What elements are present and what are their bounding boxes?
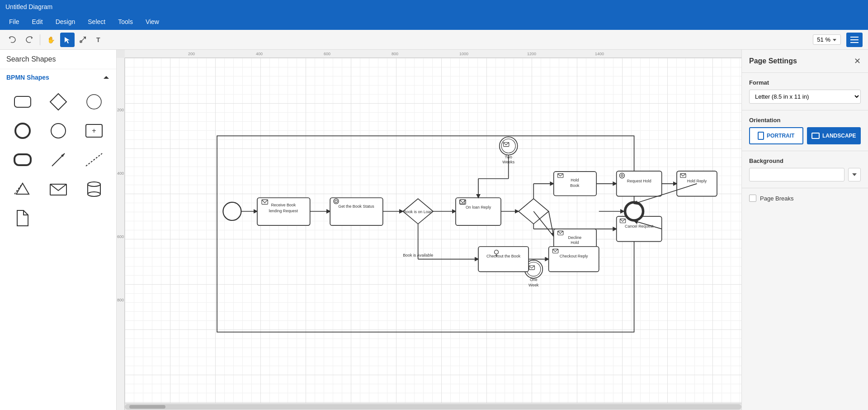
svg-point-11 xyxy=(87,95,101,109)
format-panel-button[interactable] xyxy=(846,33,863,47)
svg-text:✋: ✋ xyxy=(47,36,55,44)
svg-rect-106 xyxy=(758,132,764,139)
bpmn-section-header[interactable]: BPMN Shapes xyxy=(0,69,116,86)
orientation-section: Orientation PORTRAIT LANDSCAPE xyxy=(742,110,868,151)
bpmn-section-label: BPMN Shapes xyxy=(6,74,49,81)
svg-line-70 xyxy=(549,211,554,237)
shape-rounded-bold[interactable] xyxy=(6,147,38,172)
svg-rect-9 xyxy=(14,96,31,107)
zoom-value: 51 % xyxy=(817,36,830,43)
svg-text:Receive Book: Receive Book xyxy=(271,203,296,207)
search-shapes-area[interactable]: Search Shapes xyxy=(0,50,116,69)
redo-button[interactable] xyxy=(22,33,36,47)
svg-rect-5 xyxy=(850,37,859,38)
right-panel: Page Settings ✕ Format Letter (8.5 in x … xyxy=(741,50,868,410)
orientation-buttons: PORTRAIT LANDSCAPE xyxy=(749,127,861,144)
format-label: Format xyxy=(749,79,861,86)
shape-cylinder[interactable] xyxy=(78,176,110,201)
undo-button[interactable] xyxy=(5,33,20,47)
svg-marker-8 xyxy=(104,76,109,79)
pan-icon: ✋ xyxy=(47,36,55,44)
svg-marker-4 xyxy=(833,39,836,41)
bpmn-diagram: Receive Book lending Request Get the Boo… xyxy=(125,58,741,410)
menu-tools[interactable]: Tools xyxy=(113,16,138,27)
menu-view[interactable]: View xyxy=(140,16,165,27)
app-title: Untitled Diagram xyxy=(5,3,52,10)
diagram-canvas[interactable]: Receive Book lending Request Get the Boo… xyxy=(125,58,741,410)
page-breaks-label: Page Breaks xyxy=(760,195,793,202)
menu-bar: File Edit Design Select Tools View xyxy=(0,14,868,30)
text-button[interactable]: T xyxy=(93,33,107,47)
menu-select[interactable]: Select xyxy=(82,16,111,27)
svg-text:lending Request: lending Request xyxy=(269,209,298,213)
zoom-chevron-icon xyxy=(832,38,837,42)
main-area: Search Shapes BPMN Shapes xyxy=(0,50,868,410)
search-shapes-label[interactable]: Search Shapes xyxy=(6,55,56,63)
horizontal-scrollbar[interactable] xyxy=(125,403,741,410)
shape-arrow-diagonal[interactable] xyxy=(42,147,74,172)
ruler-tick-400: 400 xyxy=(256,52,263,56)
format-select[interactable]: Letter (8.5 in x 11 in) xyxy=(749,90,861,104)
svg-text:+: + xyxy=(92,127,96,134)
panel-close-button[interactable]: ✕ xyxy=(854,56,861,66)
svg-rect-43 xyxy=(456,198,501,225)
svg-point-28 xyxy=(223,202,241,220)
svg-text:Hold: Hold xyxy=(571,178,579,182)
shapes-grid: + xyxy=(0,86,116,237)
menu-file[interactable]: File xyxy=(4,16,25,27)
title-bar: Untitled Diagram xyxy=(0,0,868,14)
orientation-label: Orientation xyxy=(749,117,861,124)
page-breaks-checkbox[interactable] xyxy=(749,195,756,202)
svg-rect-35 xyxy=(330,198,383,225)
shape-diamond[interactable] xyxy=(42,89,74,114)
zoom-control[interactable]: 51 % xyxy=(813,34,841,45)
menu-edit[interactable]: Edit xyxy=(27,16,48,27)
background-dropdown-button[interactable] xyxy=(848,168,861,181)
shape-envelope[interactable] xyxy=(42,176,74,201)
canvas-area[interactable]: 200 400 600 800 1000 1200 1400 200 400 6… xyxy=(117,50,741,410)
ruler-tick-v-800: 800 xyxy=(117,298,124,302)
select-button[interactable] xyxy=(60,33,75,47)
scrollbar-track xyxy=(125,403,741,410)
landscape-icon xyxy=(811,133,820,139)
svg-text:Week: Week xyxy=(528,283,539,287)
shape-dashed-line[interactable] xyxy=(78,147,110,172)
ruler-tick-1400: 1400 xyxy=(595,52,604,56)
svg-text:Cancel Request: Cancel Request xyxy=(625,224,654,229)
menu-design[interactable]: Design xyxy=(50,16,81,27)
svg-marker-10 xyxy=(50,94,66,110)
ruler-tick-v-400: 400 xyxy=(117,171,124,176)
svg-text:T: T xyxy=(96,36,100,43)
connector-button[interactable] xyxy=(76,33,91,47)
shape-document[interactable] xyxy=(6,205,38,230)
shape-circle-medium[interactable] xyxy=(42,118,74,143)
format-icon xyxy=(850,37,859,43)
ruler-tick-200: 200 xyxy=(188,52,195,56)
ruler-tick-600: 600 xyxy=(324,52,330,56)
svg-text:One: One xyxy=(530,277,538,282)
svg-point-13 xyxy=(51,124,66,138)
svg-text:Request Hold: Request Hold xyxy=(627,179,651,183)
svg-point-26 xyxy=(88,192,100,196)
shape-rect-plus[interactable]: + xyxy=(78,118,110,143)
ruler-tick-v-600: 600 xyxy=(117,234,124,239)
svg-text:Decline: Decline xyxy=(568,235,582,240)
panel-header: Page Settings ✕ xyxy=(742,50,868,73)
pan-button[interactable]: ✋ xyxy=(44,33,58,47)
portrait-button[interactable]: PORTRAIT xyxy=(749,127,803,144)
svg-rect-97 xyxy=(549,247,599,272)
shape-circle-thin[interactable] xyxy=(78,89,110,114)
ruler-tick-800: 800 xyxy=(392,52,398,56)
landscape-button[interactable]: LANDSCAPE xyxy=(807,127,861,144)
connector-icon xyxy=(80,36,88,44)
svg-text:Book is Available: Book is Available xyxy=(403,253,433,257)
svg-rect-91 xyxy=(478,247,528,272)
shape-circle-thick[interactable] xyxy=(6,118,38,143)
svg-text:On loan Reply: On loan Reply xyxy=(466,205,491,210)
shape-rounded-rect[interactable] xyxy=(6,89,38,114)
collapse-icon xyxy=(103,74,110,81)
portrait-icon xyxy=(758,132,764,140)
svg-point-100 xyxy=(625,202,643,220)
shape-dashed-triangle[interactable] xyxy=(6,176,38,201)
background-color-box[interactable] xyxy=(749,168,844,181)
